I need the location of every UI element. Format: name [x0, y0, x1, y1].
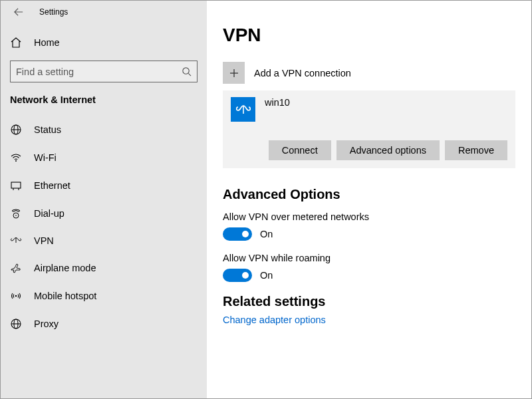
- metered-toggle[interactable]: [223, 227, 252, 241]
- search-box[interactable]: [10, 61, 198, 82]
- nav-label: Status: [34, 124, 61, 135]
- nav-label: Airplane mode: [34, 263, 96, 273]
- plus-icon: [223, 62, 245, 84]
- nav-label: Mobile hotspot: [34, 291, 96, 301]
- proxy-icon: [10, 318, 22, 330]
- remove-button[interactable]: Remove: [445, 140, 507, 160]
- home-icon: [10, 37, 22, 49]
- airplane-icon: [10, 262, 22, 274]
- nav-wifi[interactable]: Wi-Fi: [1, 144, 207, 172]
- connect-button[interactable]: Connect: [269, 140, 331, 160]
- nav-hotspot[interactable]: Mobile hotspot: [1, 282, 207, 310]
- add-vpn-button[interactable]: Add a VPN connection: [223, 62, 515, 84]
- svg-point-11: [15, 295, 17, 297]
- wifi-icon: [10, 152, 22, 164]
- nav-status[interactable]: Status: [1, 116, 207, 144]
- roaming-state: On: [260, 270, 273, 281]
- svg-rect-6: [11, 182, 21, 188]
- adapter-options-link[interactable]: Change adapter options: [223, 315, 515, 325]
- nav-label: Wi-Fi: [34, 152, 57, 163]
- svg-point-10: [15, 215, 17, 216]
- back-icon[interactable]: [14, 7, 23, 17]
- category-title: Network & Internet: [1, 92, 207, 112]
- hotspot-icon: [10, 290, 22, 302]
- globe-icon: [10, 124, 22, 136]
- nav-ethernet[interactable]: Ethernet: [1, 172, 207, 200]
- sidebar: Settings Home Network & Internet Status: [1, 1, 207, 398]
- nav-label: VPN: [34, 235, 54, 246]
- advanced-title: Advanced Options: [223, 187, 515, 202]
- nav-dialup[interactable]: Dial-up: [1, 200, 207, 227]
- ethernet-icon: [10, 180, 22, 192]
- search-input[interactable]: [16, 66, 181, 77]
- svg-line-1: [188, 73, 191, 76]
- nav-proxy[interactable]: Proxy: [1, 310, 207, 338]
- metered-state: On: [260, 229, 273, 239]
- vpn-connection-icon: [231, 97, 255, 122]
- home-label: Home: [34, 37, 60, 48]
- search-icon: [181, 66, 192, 77]
- vpn-connection-card[interactable]: win10 Connect Advanced options Remove: [223, 90, 515, 168]
- nav-label: Ethernet: [34, 180, 70, 191]
- svg-point-0: [182, 68, 188, 74]
- window-title: Settings: [39, 7, 68, 17]
- nav-label: Proxy: [34, 319, 59, 329]
- home-nav[interactable]: Home: [1, 30, 207, 55]
- roaming-toggle[interactable]: [223, 269, 252, 282]
- related-title: Related settings: [223, 294, 515, 309]
- svg-point-5: [15, 160, 17, 162]
- vpn-connection-name: win10: [265, 97, 290, 108]
- advanced-options-button[interactable]: Advanced options: [336, 140, 440, 160]
- metered-label: Allow VPN over metered networks: [223, 211, 515, 222]
- nav-airplane[interactable]: Airplane mode: [1, 254, 207, 282]
- titlebar: Settings: [1, 1, 207, 21]
- nav-vpn[interactable]: VPN: [1, 227, 207, 254]
- nav-label: Dial-up: [34, 208, 65, 219]
- vpn-icon: [10, 236, 22, 245]
- content: VPN Add a VPN connection win10 Connect A…: [207, 1, 531, 398]
- dialup-icon: [10, 207, 22, 219]
- roaming-label: Allow VPN while roaming: [223, 253, 515, 263]
- add-vpn-label: Add a VPN connection: [254, 68, 351, 78]
- page-title: VPN: [223, 25, 515, 46]
